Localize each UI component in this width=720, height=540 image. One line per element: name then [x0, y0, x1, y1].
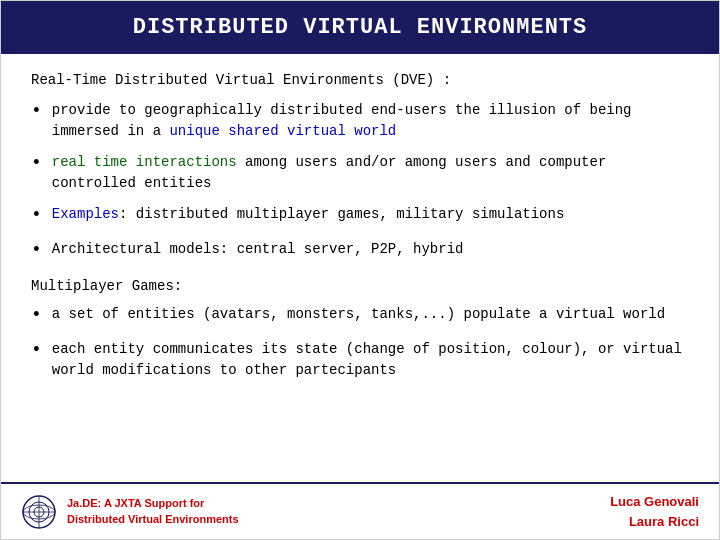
bullet-dot: • — [31, 237, 42, 264]
list-item: • Architectural models: central server, … — [31, 239, 689, 264]
header-title: DISTRIBUTED VIRTUAL ENVIRONMENTS — [133, 15, 587, 40]
footer-link-text: Ja.DE: A JXTA Support forDistributed Vir… — [67, 496, 239, 527]
highlight-examples: Examples — [52, 206, 119, 222]
highlight-realtime: real time interactions — [52, 154, 237, 170]
bullet-arch-text: Architectural models: central server, P2… — [52, 239, 689, 260]
footer-authors: Luca Genovali Laura Ricci — [610, 492, 699, 531]
footer-jade-link[interactable]: Ja.DE: A JXTA Support forDistributed Vir… — [67, 497, 239, 524]
section2-title: Multiplayer Games: — [31, 278, 689, 294]
bullet-provide-text: provide to geographically distributed en… — [52, 100, 689, 142]
bullet-examples-text: Examples: distributed multiplayer games,… — [52, 204, 689, 225]
bullet-dot: • — [31, 202, 42, 229]
slide-content: Real-Time Distributed Virtual Environmen… — [1, 54, 719, 482]
bullet-realtime-text: real time interactions among users and/o… — [52, 152, 689, 194]
list-item: • a set of entities (avatars, monsters, … — [31, 304, 689, 329]
bullet-dot: • — [31, 150, 42, 177]
bullet-aset-text: a set of entities (avatars, monsters, ta… — [52, 304, 689, 325]
university-logo — [21, 494, 57, 530]
slide-footer: Ja.DE: A JXTA Support forDistributed Vir… — [1, 482, 719, 539]
dve-bullet-list: • provide to geographically distributed … — [31, 100, 689, 264]
list-item: • real time interactions among users and… — [31, 152, 689, 194]
author2: Laura Ricci — [629, 514, 699, 529]
bullet-dot: • — [31, 337, 42, 364]
list-item: • provide to geographically distributed … — [31, 100, 689, 142]
bullet-each-text: each entity communicates its state (chan… — [52, 339, 689, 381]
list-item: • Examples: distributed multiplayer game… — [31, 204, 689, 229]
author1: Luca Genovali — [610, 494, 699, 509]
slide-header: DISTRIBUTED VIRTUAL ENVIRONMENTS — [1, 1, 719, 54]
bullet-dot: • — [31, 98, 42, 125]
subtitle: Real-Time Distributed Virtual Environmen… — [31, 72, 689, 88]
highlight-virtual-world: unique shared virtual world — [169, 123, 396, 139]
slide-container: DISTRIBUTED VIRTUAL ENVIRONMENTS Real-Ti… — [0, 0, 720, 540]
list-item: • each entity communicates its state (ch… — [31, 339, 689, 381]
footer-left: Ja.DE: A JXTA Support forDistributed Vir… — [21, 494, 239, 530]
games-bullet-list: • a set of entities (avatars, monsters, … — [31, 304, 689, 381]
bullet-dot: • — [31, 302, 42, 329]
